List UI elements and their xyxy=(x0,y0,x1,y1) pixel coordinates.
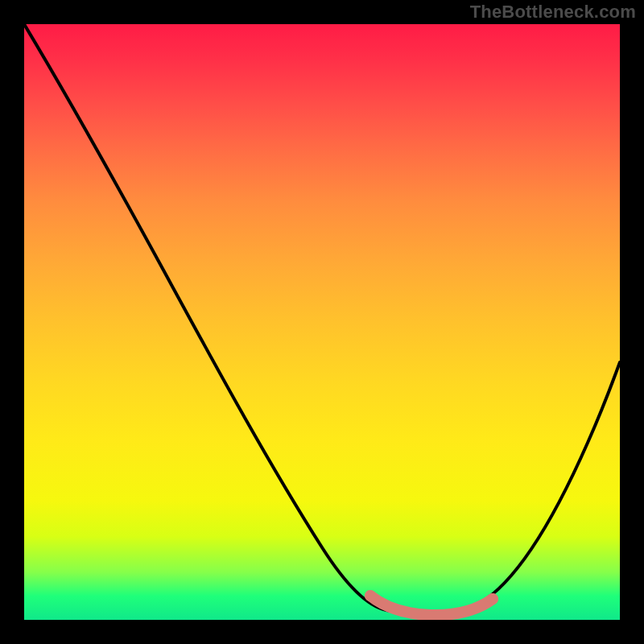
highlight-start-dot xyxy=(365,590,376,601)
highlight-end-dot xyxy=(487,593,498,605)
watermark-label: TheBottleneck.com xyxy=(470,2,636,23)
curve-layer xyxy=(24,24,620,620)
bottleneck-curve xyxy=(24,24,620,615)
bottleneck-chart: TheBottleneck.com xyxy=(0,0,644,644)
plot-area xyxy=(24,24,620,620)
highlight-band xyxy=(370,596,493,615)
